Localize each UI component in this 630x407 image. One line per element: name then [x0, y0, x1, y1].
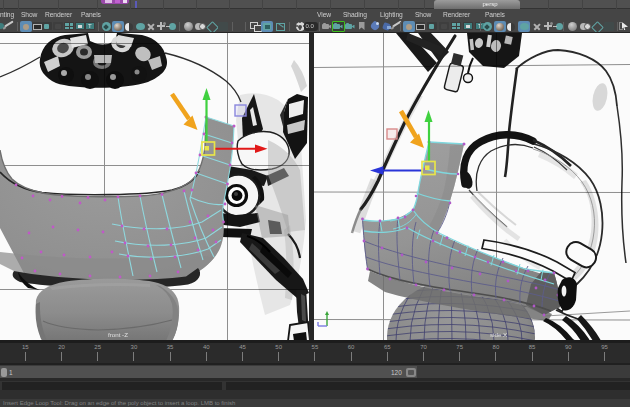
svg-text:front -Z: front -Z [108, 331, 128, 338]
svg-text:side X: side X [490, 331, 507, 338]
